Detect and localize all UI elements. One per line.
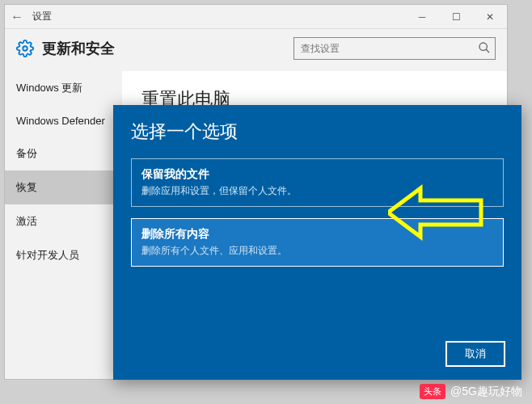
search-input[interactable] — [293, 37, 496, 60]
sidebar-item-windows-defender[interactable]: Windows Defender — [5, 105, 122, 137]
page-title: 更新和安全 — [42, 39, 115, 58]
watermark-text: @5G趣玩好物 — [450, 385, 522, 399]
watermark-badge: 头条 — [420, 384, 445, 399]
sidebar-item-recovery[interactable]: 恢复 — [5, 170, 122, 204]
dialog-title: 选择一个选项 — [131, 120, 504, 144]
minimize-button[interactable]: ─ — [405, 6, 439, 28]
close-button[interactable]: ✕ — [473, 6, 507, 28]
sidebar: Windows 更新 Windows Defender 备份 恢复 激活 针对开… — [5, 71, 122, 372]
option-desc: 删除应用和设置，但保留个人文件。 — [141, 184, 493, 198]
cancel-button[interactable]: 取消 — [445, 341, 505, 367]
sidebar-item-activation[interactable]: 激活 — [5, 204, 122, 238]
back-button[interactable]: ← — [5, 10, 29, 24]
option-desc: 删除所有个人文件、应用和设置。 — [141, 244, 493, 258]
svg-point-0 — [23, 46, 27, 51]
reset-dialog: 选择一个选项 保留我的文件 删除应用和设置，但保留个人文件。 删除所有内容 删除… — [113, 105, 521, 380]
svg-point-1 — [479, 43, 487, 50]
watermark: 头条 @5G趣玩好物 — [420, 384, 522, 399]
maximize-button[interactable]: ☐ — [439, 6, 473, 28]
option-title: 删除所有内容 — [141, 227, 493, 242]
search-icon — [478, 41, 491, 54]
titlebar: ← 设置 ─ ☐ ✕ — [5, 5, 507, 29]
option-remove-everything[interactable]: 删除所有内容 删除所有个人文件、应用和设置。 — [131, 218, 504, 267]
gear-icon — [16, 40, 34, 57]
header: 更新和安全 — [5, 29, 507, 71]
svg-line-2 — [486, 49, 489, 53]
option-keep-files[interactable]: 保留我的文件 删除应用和设置，但保留个人文件。 — [131, 158, 504, 207]
search-wrap — [293, 37, 496, 60]
option-title: 保留我的文件 — [141, 167, 493, 182]
sidebar-item-windows-update[interactable]: Windows 更新 — [5, 71, 122, 105]
window-title: 设置 — [32, 10, 52, 23]
sidebar-item-developers[interactable]: 针对开发人员 — [5, 238, 122, 272]
sidebar-item-backup[interactable]: 备份 — [5, 137, 122, 170]
